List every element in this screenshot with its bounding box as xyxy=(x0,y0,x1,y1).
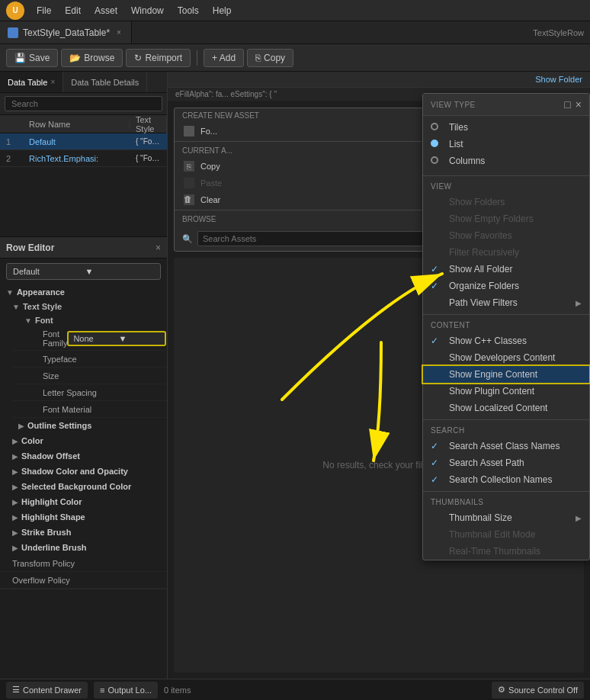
overflow-policy-row: Overflow Policy xyxy=(0,572,167,589)
textstyle-header[interactable]: ▼ Text Style xyxy=(0,300,167,313)
table-row[interactable]: 1 Default { "Font": { "FontObject": "Non… xyxy=(0,133,167,150)
menu-help[interactable]: Help xyxy=(207,4,238,18)
subtab-details[interactable]: Data Table Details xyxy=(63,72,147,92)
separator-4 xyxy=(423,491,589,492)
menu-asset[interactable]: Asset xyxy=(88,4,123,18)
col-textstyle: Text Style xyxy=(130,115,167,133)
thumbnail-edit-item: Thumbnail Edit Mode xyxy=(423,526,589,543)
font-family-dropdown[interactable]: None ▼ xyxy=(67,331,166,346)
font-section: ▼ Font Font Family None ▼ ↺ 📂 xyxy=(0,313,167,418)
path-view-filters-item[interactable]: Path View Filters ▶ xyxy=(423,294,589,311)
size-row: Size xyxy=(12,368,167,384)
row-editor-close[interactable]: × xyxy=(156,242,161,253)
row-style-1: { "Font": { "FontObject": "None", "FontM… xyxy=(130,137,167,146)
add-button[interactable]: + Add xyxy=(204,49,244,67)
list-item[interactable]: List xyxy=(423,136,589,153)
check-icon-6: ✓ xyxy=(431,474,443,485)
shadow-offset-header[interactable]: ▶ Shadow Offset xyxy=(0,448,167,464)
check-icon-2: ✓ xyxy=(431,281,443,291)
search-collection-item[interactable]: ✓ Search Collection Names xyxy=(423,471,589,488)
data-table: Row Name Text Style 1 Default { "Font": … xyxy=(0,115,167,236)
maximize-icon[interactable]: □ xyxy=(564,98,570,111)
separator xyxy=(423,175,589,176)
search-class-names-label: Search Asset Class Names xyxy=(449,441,582,451)
log-icon: ≡ xyxy=(100,686,104,695)
show-plugin-item[interactable]: Show Plugin Content xyxy=(423,383,589,400)
copy-button[interactable]: ⎘ Copy xyxy=(247,49,293,67)
reimport-button[interactable]: ↻ Reimport xyxy=(126,49,191,67)
typeface-label: Typeface xyxy=(43,355,161,364)
show-developers-item[interactable]: Show Developers Content xyxy=(423,349,589,366)
copy-icon: ⎘ xyxy=(184,161,194,172)
save-icon: 💾 xyxy=(14,53,26,63)
browse-button[interactable]: 📂 Browse xyxy=(61,49,123,67)
tab-datatable[interactable]: TextStyle_DataTable* × xyxy=(0,21,132,43)
app-icon: U xyxy=(6,2,24,20)
thumbnail-size-item[interactable]: Thumbnail Size ▶ xyxy=(423,509,589,526)
organize-folders-item[interactable]: ✓ Organize Folders xyxy=(423,278,589,294)
outline-settings-header[interactable]: ▶ Outline Settings xyxy=(0,418,167,433)
underline-brush-header[interactable]: ▶ Underline Brush xyxy=(0,540,167,555)
strike-brush-header[interactable]: ▶ Strike Brush xyxy=(0,525,167,540)
source-control-icon: ⚙ xyxy=(498,685,505,695)
separator-2 xyxy=(423,314,589,315)
row-editor-panel: Row Editor × Default ▼ ▼ Appearance ▼ Te… xyxy=(0,236,167,679)
font-family-selected: None xyxy=(73,334,115,343)
size-label: Size xyxy=(43,371,161,381)
output-log-button[interactable]: ≡ Output Lo... xyxy=(94,682,158,698)
content-drawer-label: Content Drawer xyxy=(23,686,82,695)
highlight-color-header[interactable]: ▶ Highlight Color xyxy=(0,494,167,509)
search-class-names-item[interactable]: ✓ Search Asset Class Names xyxy=(423,438,589,454)
subtab-datatable-close[interactable]: × xyxy=(50,78,55,86)
thumbnail-edit-label: Thumbnail Edit Mode xyxy=(449,529,582,540)
main-area: Data Table × Data Table Details Row Name… xyxy=(0,72,590,679)
search-section-title: SEARCH xyxy=(423,423,589,438)
thumbnail-size-label: Thumbnail Size xyxy=(449,512,569,523)
subtab-datatable[interactable]: Data Table × xyxy=(0,72,63,92)
selected-bg-title: Selected Background Color xyxy=(21,482,131,491)
search-asset-path-item[interactable]: ✓ Search Asset Path xyxy=(423,454,589,471)
reimport-label: Reimport xyxy=(145,53,182,63)
show-cpp-item[interactable]: ✓ Show C++ Classes xyxy=(423,332,589,349)
appearance-header[interactable]: ▼ Appearance xyxy=(0,284,167,300)
status-bar: ☰ Content Drawer ≡ Output Lo... 0 items … xyxy=(0,679,590,700)
radio-unselected-2 xyxy=(431,156,443,166)
color-title: Color xyxy=(21,436,43,445)
chevron-right-icon: ▶ xyxy=(576,299,582,307)
chevron-right-icon: ▶ xyxy=(12,544,18,552)
filter-recursively-item: Filter Recursively xyxy=(423,244,589,261)
columns-item[interactable]: Columns xyxy=(423,153,589,169)
row-name-2: RichText.Emphasi: xyxy=(23,154,130,163)
menu-file[interactable]: File xyxy=(30,4,57,18)
menu-tools[interactable]: Tools xyxy=(172,4,205,18)
show-folder-button[interactable]: Show Folder xyxy=(535,75,582,84)
menu-window[interactable]: Window xyxy=(125,4,170,18)
row-selector[interactable]: Default ▼ xyxy=(6,263,161,280)
show-localized-label: Show Localized Content xyxy=(449,403,582,413)
menu-edit[interactable]: Edit xyxy=(59,4,87,18)
selected-bg-header[interactable]: ▶ Selected Background Color xyxy=(0,479,167,494)
font-header[interactable]: ▼ Font xyxy=(12,313,167,327)
tab-close[interactable]: × xyxy=(114,27,123,37)
chevron-down-icon: ▼ xyxy=(12,303,20,311)
chevron-right-icon: ▶ xyxy=(18,422,24,430)
highlight-shape-header[interactable]: ▶ Highlight Shape xyxy=(0,509,167,525)
search-input[interactable] xyxy=(5,96,162,111)
realtime-thumbnails-label: Real-Time Thumbnails xyxy=(449,546,582,557)
view-dropdown-header: VIEW TYPE □ × xyxy=(423,94,589,116)
show-engine-item[interactable]: Show Engine Content xyxy=(423,366,589,383)
shadow-color-header[interactable]: ▶ Shadow Color and Opacity xyxy=(0,464,167,479)
output-log-label: Output Lo... xyxy=(107,686,151,695)
tiles-label: Tiles xyxy=(449,122,582,133)
show-empty-folders-label: Show Empty Folders xyxy=(449,214,582,224)
table-row[interactable]: 2 RichText.Emphasi: { "Font": { "FontObj… xyxy=(0,150,167,167)
color-header[interactable]: ▶ Color xyxy=(0,433,167,448)
show-all-folder-item[interactable]: ✓ Show All Folder xyxy=(423,261,589,278)
tiles-item[interactable]: Tiles xyxy=(423,119,589,136)
close-icon[interactable]: × xyxy=(576,98,582,111)
content-drawer-button[interactable]: ☰ Content Drawer xyxy=(6,682,88,698)
save-button[interactable]: 💾 Save xyxy=(6,49,58,67)
show-localized-item[interactable]: Show Localized Content xyxy=(423,400,589,416)
source-control-button[interactable]: ⚙ Source Control Off xyxy=(492,682,584,698)
trash-icon: 🗑 xyxy=(184,194,194,205)
